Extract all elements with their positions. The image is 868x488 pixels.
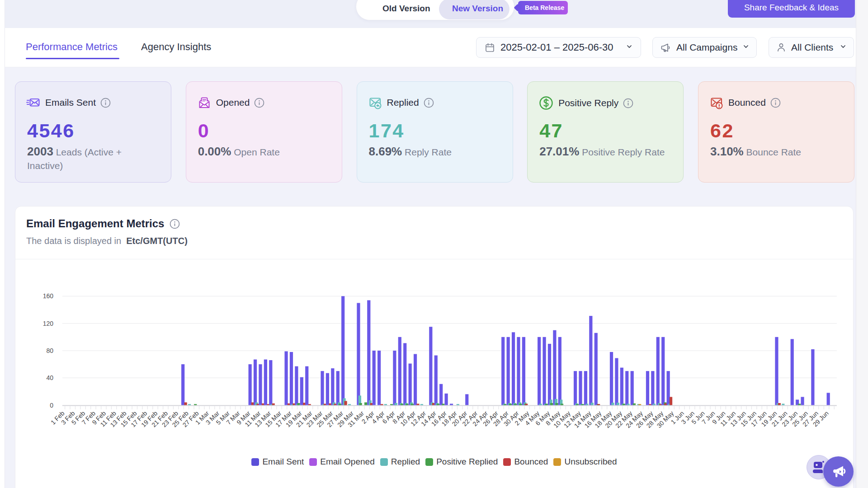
svg-text:120: 120	[43, 320, 54, 327]
svg-text:40: 40	[46, 374, 53, 381]
svg-text:160: 160	[43, 292, 54, 300]
svg-text:80: 80	[46, 347, 53, 354]
svg-text:0: 0	[50, 402, 53, 409]
